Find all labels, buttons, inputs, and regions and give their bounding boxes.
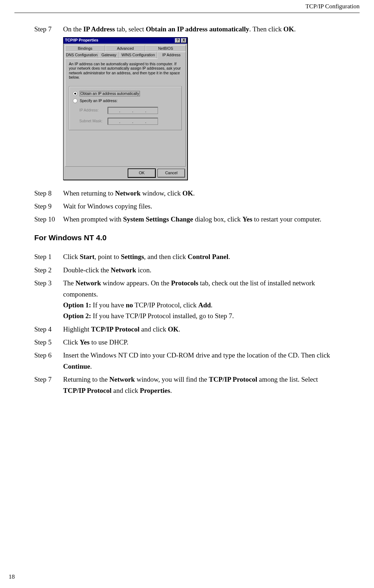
tab-advanced[interactable]: Advanced bbox=[105, 45, 146, 52]
step-body: Returning to the Network window, you wil… bbox=[63, 374, 340, 396]
step-body: Click Yes to use DHCP. bbox=[63, 337, 340, 348]
dialog-description: An IP address can be automatically assig… bbox=[69, 62, 182, 80]
radio-label: Specify an IP address: bbox=[80, 98, 118, 103]
subnet-mask-field: Subnet Mask: ... bbox=[79, 118, 178, 125]
step-label: Step 3 bbox=[34, 278, 63, 322]
radio-icon bbox=[73, 91, 78, 96]
field-label: IP Address: bbox=[79, 108, 107, 113]
step-body: Insert the Windows NT CD into your CD-RO… bbox=[63, 350, 340, 372]
tcpip-dialog-screenshot: TCP/IP Properties ? X Bindings Advanced … bbox=[63, 37, 340, 180]
step-row: Step 9 Wait for Windows copying files. bbox=[34, 201, 340, 212]
radio-icon bbox=[73, 98, 78, 103]
step-label: Step 2 bbox=[34, 265, 63, 276]
step-label: Step 7 bbox=[34, 24, 63, 35]
step-body: When prompted with System Settings Chang… bbox=[63, 214, 340, 225]
tab-netbios[interactable]: NetBIOS bbox=[145, 45, 186, 52]
step-label: Step 1 bbox=[34, 251, 63, 262]
step-body: The Network window appears. On the Proto… bbox=[63, 278, 340, 322]
tab-ipaddress[interactable]: IP Address bbox=[157, 52, 186, 59]
dialog-titlebar: TCP/IP Properties ? X bbox=[63, 38, 187, 44]
ip-options-group: Obtain an IP address automatically Speci… bbox=[69, 86, 182, 130]
subnet-input[interactable]: ... bbox=[107, 118, 158, 125]
tab-dns[interactable]: DNS Configuration bbox=[65, 52, 98, 58]
page-number: 18 bbox=[9, 572, 15, 582]
step-body: Click Start, point to Settings, and then… bbox=[63, 251, 340, 262]
step-label: Step 6 bbox=[34, 350, 63, 372]
step-body: Highlight TCP/IP Protocol and click OK. bbox=[63, 324, 340, 335]
step-option: Option 2: If you have TCP/IP Protocol in… bbox=[63, 311, 340, 321]
radio-obtain-auto[interactable]: Obtain an IP address automatically bbox=[73, 91, 178, 96]
step-label: Step 5 bbox=[34, 337, 63, 348]
ip-address-field: IP Address: ... bbox=[79, 107, 178, 114]
step-body: When returning to Network window, click … bbox=[63, 188, 340, 199]
step-row: Step 8 When returning to Network window,… bbox=[34, 188, 340, 199]
step-body: Wait for Windows copying files. bbox=[63, 201, 340, 212]
step-label: Step 9 bbox=[34, 201, 63, 212]
field-label: Subnet Mask: bbox=[79, 119, 107, 123]
step-row: Step 1 Click Start, point to Settings, a… bbox=[34, 251, 340, 262]
radio-specify[interactable]: Specify an IP address: bbox=[73, 98, 178, 103]
step-row: Step 4 Highlight TCP/IP Protocol and cli… bbox=[34, 324, 340, 335]
header-rule bbox=[14, 13, 360, 13]
step-row: Step 3 The Network window appears. On th… bbox=[34, 278, 340, 322]
step-row: Step 7 On the IP Address tab, select Obt… bbox=[34, 24, 340, 35]
close-icon[interactable]: X bbox=[181, 38, 186, 43]
step-body: Double-click the Network icon. bbox=[63, 265, 340, 276]
step-row: Step 6 Insert the Windows NT CD into you… bbox=[34, 350, 340, 372]
ip-input[interactable]: ... bbox=[107, 107, 158, 114]
step-body: On the IP Address tab, select Obtain an … bbox=[63, 24, 340, 35]
cancel-button[interactable]: Cancel bbox=[158, 169, 185, 177]
tab-bindings[interactable]: Bindings bbox=[65, 45, 105, 52]
step-row: Step 5 Click Yes to use DHCP. bbox=[34, 337, 340, 348]
step-row: Step 10 When prompted with System Settin… bbox=[34, 214, 340, 225]
tab-panel: An IP address can be automatically assig… bbox=[65, 58, 186, 167]
step-label: Step 4 bbox=[34, 324, 63, 335]
dialog-title: TCP/IP Properties bbox=[65, 38, 174, 43]
step-option: Option 1: If you have no TCP/IP Protocol… bbox=[63, 300, 340, 311]
step-label: Step 10 bbox=[34, 214, 63, 225]
section-heading: For Windows NT 4.0 bbox=[34, 232, 340, 244]
tab-wins[interactable]: WINS Configuration bbox=[119, 52, 157, 58]
step-row: Step 2 Double-click the Network icon. bbox=[34, 265, 340, 276]
tab-gateway[interactable]: Gateway bbox=[98, 52, 119, 58]
ok-button[interactable]: OK bbox=[128, 169, 155, 177]
step-label: Step 7 bbox=[34, 374, 63, 396]
step-label: Step 8 bbox=[34, 188, 63, 199]
running-header: TCP/IP Configuration bbox=[14, 0, 360, 11]
radio-label: Obtain an IP address automatically bbox=[80, 91, 140, 96]
step-row: Step 7 Returning to the Network window, … bbox=[34, 374, 340, 396]
help-icon[interactable]: ? bbox=[175, 38, 180, 43]
